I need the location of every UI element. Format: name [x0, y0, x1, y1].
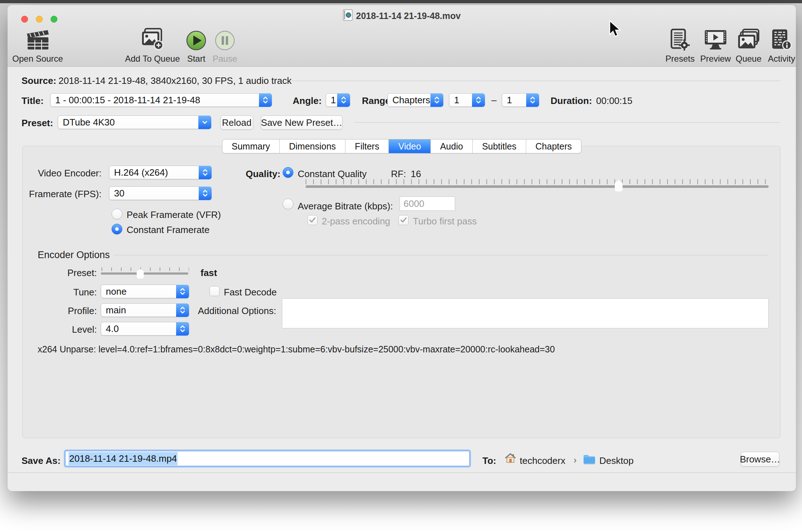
range-start-value: 1	[454, 95, 459, 106]
destination-user-folder[interactable]: techcoderx	[520, 455, 565, 466]
open-source-button[interactable]: Open Source	[8, 26, 74, 64]
rf-value: 16	[411, 168, 421, 180]
stepper-icon	[176, 322, 189, 336]
slider-track	[101, 272, 188, 275]
avg-bitrate-radio[interactable]	[283, 199, 293, 209]
tab-dimensions[interactable]: Dimensions	[279, 139, 345, 153]
title-label: Title:	[22, 95, 44, 106]
tune-value: none	[106, 286, 127, 297]
encoder-options-title: Encoder Options	[38, 250, 110, 261]
save-as-value: 2018-11-14 21-19-48.mp4	[69, 452, 178, 465]
tab-subtitles[interactable]: Subtitles	[472, 139, 526, 153]
angle-value: 1	[331, 95, 336, 106]
preset-dropdown-value: DTube 4K30	[63, 117, 115, 128]
angle-label: Angle:	[293, 95, 322, 106]
stepper-icon	[430, 93, 443, 107]
duration-value: 00:00:15	[596, 95, 632, 106]
encoder-preset-slider[interactable]	[101, 267, 188, 279]
activity-button[interactable]: Activity	[746, 26, 796, 64]
stepper-icon	[259, 93, 272, 107]
pause-icon	[214, 26, 235, 51]
save-new-preset-button[interactable]: Save New Preset…	[261, 115, 343, 130]
titlebar[interactable]: 2018-11-14 21-19-48.mov	[8, 5, 796, 26]
window-title: 2018-11-14 21-19-48.mov	[356, 11, 461, 21]
turbo-first-pass-checkbox[interactable]	[398, 215, 409, 225]
two-pass-label: 2-pass encoding	[322, 216, 390, 227]
pause-button[interactable]: Pause	[189, 26, 261, 64]
destination-folder[interactable]: Desktop	[599, 455, 633, 466]
encoder-options-divider	[114, 255, 769, 255]
activity-log-icon	[771, 26, 792, 51]
level-label: Level:	[38, 324, 97, 335]
tab-audio[interactable]: Audio	[430, 139, 472, 153]
title-popup-value: 1 - 00:00:15 - 2018-11-14 21-19-48	[55, 95, 200, 106]
reload-button[interactable]: Reload	[220, 115, 253, 130]
save-as-label: Save As:	[22, 455, 61, 466]
preset-divider	[355, 122, 780, 123]
range-end-value: 1	[507, 95, 512, 106]
browse-button[interactable]: Browse…	[741, 452, 779, 467]
slider-ticks	[102, 267, 189, 271]
range-end-stepper[interactable]: 1	[502, 93, 539, 107]
tab-filters[interactable]: Filters	[345, 139, 388, 153]
tab-summary[interactable]: Summary	[222, 139, 279, 153]
mouse-cursor	[608, 20, 622, 41]
handbrake-window: 2018-11-14 21-19-48.mov	[8, 5, 796, 491]
source-value: 2018-11-14 21-19-48, 3840x2160, 30 FPS, …	[58, 75, 292, 86]
range-type-value: Chapters	[392, 95, 430, 106]
toolbar-label: Open Source	[12, 54, 63, 64]
framerate-label: Framerate (FPS):	[23, 189, 102, 200]
background-window-edge	[0, 0, 802, 3]
to-label: To:	[482, 455, 496, 466]
chevron-down-icon	[198, 115, 211, 129]
fast-decode-label: Fast Decode	[224, 287, 277, 298]
peak-framerate-radio[interactable]	[112, 209, 122, 219]
level-value: 4.0	[106, 323, 119, 334]
constant-quality-radio[interactable]	[283, 167, 293, 178]
turbo-first-pass-label: Turbo first pass	[413, 216, 477, 227]
tab-video[interactable]: Video	[388, 139, 430, 153]
constant-framerate-radio[interactable]	[112, 224, 122, 234]
encoder-preset-value: fast	[200, 267, 217, 279]
profile-label: Profile:	[38, 305, 97, 317]
x264-unparse-text: x264 Unparse: level=4.0:ref=1:bframes=0:…	[38, 344, 555, 355]
profile-value: main	[106, 305, 126, 316]
preset-dropdown[interactable]: DTube 4K30	[58, 115, 211, 129]
framerate-value: 30	[114, 188, 124, 199]
folder-icon	[583, 454, 596, 466]
quality-label: Quality:	[246, 168, 280, 180]
framerate-popup[interactable]: 30	[109, 186, 212, 200]
angle-stepper[interactable]: 1	[326, 93, 350, 107]
peak-framerate-label: Peak Framerate (VFR)	[127, 209, 221, 220]
footer-divider	[8, 472, 796, 473]
fast-decode-checkbox[interactable]	[209, 286, 220, 296]
tune-popup[interactable]: none	[101, 285, 189, 298]
source-divider	[292, 81, 780, 81]
range-start-stepper[interactable]: 1	[449, 93, 485, 107]
document-icon	[343, 9, 353, 22]
slider-ticks	[306, 179, 769, 184]
source-label: Source:	[22, 75, 56, 86]
avg-bitrate-value: 6000	[404, 198, 424, 209]
tab-bar: Summary Dimensions Filters Video Audio S…	[8, 139, 796, 153]
range-type-popup[interactable]: Chapters	[387, 93, 443, 107]
video-encoder-value: H.264 (x264)	[114, 167, 168, 178]
tab-chapters[interactable]: Chapters	[526, 139, 581, 153]
breadcrumb-separator: ›	[574, 455, 577, 466]
avg-bitrate-field[interactable]: 6000	[400, 196, 455, 211]
encoder-preset-label: Preset:	[38, 267, 97, 279]
stepper-icon	[526, 93, 539, 107]
toolbar-label: Pause	[213, 54, 237, 64]
additional-options-textarea[interactable]	[282, 298, 769, 328]
home-icon	[505, 452, 516, 465]
save-as-input[interactable]: 2018-11-14 21-19-48.mp4	[65, 451, 470, 466]
additional-options-label: Additional Options:	[151, 305, 276, 317]
rf-quality-slider[interactable]	[306, 179, 769, 192]
two-pass-checkbox[interactable]	[307, 215, 317, 225]
toolbar-label: Activity	[768, 54, 795, 64]
preset-label: Preset:	[22, 118, 53, 129]
stepper-icon	[176, 285, 189, 298]
level-popup[interactable]: 4.0	[101, 322, 189, 336]
title-popup[interactable]: 1 - 00:00:15 - 2018-11-14 21-19-48	[50, 93, 272, 107]
video-encoder-popup[interactable]: H.264 (x264)	[109, 166, 212, 179]
